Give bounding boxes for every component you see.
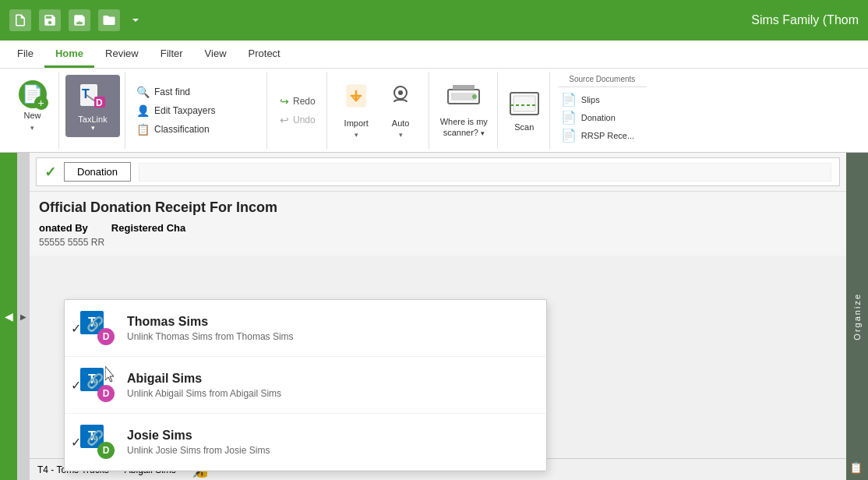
rrsp-button[interactable]: 📄 RRSP Rece... [558,126,647,144]
josie-name: Josie Sims [127,429,531,443]
scanner-arrow: ▾ [481,129,485,137]
thomas-name: Thomas Sims [127,315,531,329]
classification-icon: 📋 [136,123,150,136]
open-icon[interactable] [98,9,120,31]
donation-icon: 📄 [561,110,577,125]
fast-find-label: Fast find [154,86,190,97]
edit-taxpayers-button[interactable]: 👤 Edit Taxpayers [130,102,263,119]
edit-taxpayers-icon: 👤 [136,104,150,117]
donation-label: Donation [581,113,616,122]
taxlink-dropdown: ✓ T 🔗 D Thomas Sims Unlink Thomas Sims f… [64,299,547,471]
undo-icon: ↩ [280,114,289,126]
scanner-group[interactable]: Where is my scanner? ▾ [431,72,498,149]
sidebar-collapse-arrow[interactable]: ◀ [5,310,13,323]
josie-d-icon: D [97,442,115,459]
organize-label[interactable]: Organize [852,293,862,341]
undo-button[interactable]: ↩ Undo [275,112,320,128]
ribbon: 📄 + New ▾ T D TaxLink ▾ 🔍 [0,69,868,153]
thomas-info: Thomas Sims Unlink Thomas Sims from Thom… [127,315,531,342]
import-arrow: ▾ [355,131,358,139]
abigail-sublabel: Unlink Abigail Sims from Abigail Sims [127,388,531,399]
quick-access-dropdown[interactable] [128,12,143,28]
registration-num: 55555 5555 RR [39,237,837,248]
save-as-icon[interactable] [69,9,90,31]
main-area: ◀ ▶ ✓ Donation Official Donation Receipt… [0,153,868,480]
rrsp-icon: 📄 [561,128,577,143]
scan-group[interactable]: Scan [499,72,550,149]
undo-redo-group: ↪ Redo ↩ Undo [269,72,327,149]
thomas-avatar: T 🔗 D [80,311,115,345]
doc-title: Official Donation Receipt For Incom [39,199,837,216]
menu-home[interactable]: Home [44,41,94,68]
dropdown-item-thomas[interactable]: ✓ T 🔗 D Thomas Sims Unlink Thomas Sims f… [65,300,546,357]
scan-label: Scan [514,122,534,132]
organize-sidebar: Organize 📋 [846,153,868,480]
scanner-label: Where is my scanner? ▾ [440,116,488,139]
taxlink-button[interactable]: T D TaxLink ▾ [65,75,120,137]
title-text: Sims Family (Thom [751,13,859,27]
save-icon[interactable] [39,9,61,31]
dropdown-item-josie[interactable]: ✓ T 🔗 D Josie Sims Unlink Josie Sims fro… [65,414,546,471]
ribbon-new-group: 📄 + New ▾ [6,72,59,149]
source-docs-group: Source Documents 📄 Slips 📄 Donation 📄 RR… [552,72,653,149]
rrsp-label: RRSP Rece... [581,131,634,140]
new-label: New [23,111,41,121]
josie-info: Josie Sims Unlink Josie Sims from Josie … [127,429,531,456]
slips-label: Slips [581,95,600,104]
abigail-info: Abigail Sims Unlink Abigail Sims from Ab… [127,372,531,399]
title-bar: Sims Family (Thom [0,0,868,41]
menu-protect[interactable]: Protect [238,41,291,68]
menu-filter[interactable]: Filter [150,41,194,68]
auto-label: Auto [392,118,410,129]
source-docs-label: Source Documents [558,75,647,87]
new-button[interactable]: 📄 + New ▾ [11,75,54,137]
dropdown-item-abigail[interactable]: ✓ T 🔗 D Abigail Sims Unlink Abigail Sims… [65,357,546,414]
donation-badge[interactable]: Donation [64,162,131,182]
donated-by-label: onated By [39,222,88,234]
menu-bar: File Home Review Filter View Protect [0,41,868,69]
taxlink-icon: T D [79,81,107,115]
taxlink-label: TaxLink [78,115,107,124]
sidebar-doc-icon[interactable]: 📋 [849,461,863,474]
donation-extra-field [139,163,831,182]
panel-toggle-icon: ▶ [20,312,26,321]
undo-label: Undo [293,115,316,125]
slips-button[interactable]: 📄 Slips [558,90,647,108]
panel-toggle[interactable]: ▶ [17,153,30,480]
donation-button[interactable]: 📄 Donation [558,108,647,126]
new-arrow: ▾ [30,124,34,132]
title-bar-icons [9,9,143,31]
fast-find-button[interactable]: 🔍 Fast find [130,83,263,101]
scanner-icon [446,82,481,113]
thomas-sublabel: Unlink Thomas Sims from Thomas Sims [127,331,531,342]
doc-panel: Official Donation Receipt For Incom onat… [30,192,846,256]
sidebar-bottom-icons: 📋 [849,461,863,474]
auto-icon [386,82,415,116]
thomas-d-icon: D [97,328,115,345]
import-auto-group: Import ▾ Auto ▾ [329,72,429,149]
abigail-avatar: T 🔗 D [80,368,115,402]
menu-view[interactable]: View [194,41,238,68]
josie-sublabel: Unlink Josie Sims from Josie Sims [127,445,531,456]
svg-text:D: D [96,97,103,108]
auto-button[interactable]: Auto ▾ [379,79,422,142]
abigail-d-icon: D [97,385,115,402]
redo-button[interactable]: ↪ Redo [275,94,320,109]
import-label: Import [344,118,369,129]
edit-taxpayers-label: Edit Taxpayers [154,105,216,116]
search-icon: 🔍 [136,86,150,98]
new-plus-icon: 📄 + [19,80,47,108]
classification-button[interactable]: 📋 Classification [130,121,263,138]
svg-point-7 [398,90,403,95]
import-button[interactable]: Import ▾ [335,79,378,142]
doc-fields-row: onated By Registered Cha [39,222,837,234]
new-file-icon[interactable] [9,9,31,31]
svg-point-10 [472,94,477,99]
classification-label: Classification [154,124,210,135]
menu-file[interactable]: File [6,41,44,68]
josie-avatar: T 🔗 D [80,425,115,459]
ribbon-taxlink-group: T D TaxLink ▾ [61,72,125,149]
auto-arrow: ▾ [399,131,403,139]
menu-review[interactable]: Review [94,41,150,68]
scan-icon [509,90,540,121]
